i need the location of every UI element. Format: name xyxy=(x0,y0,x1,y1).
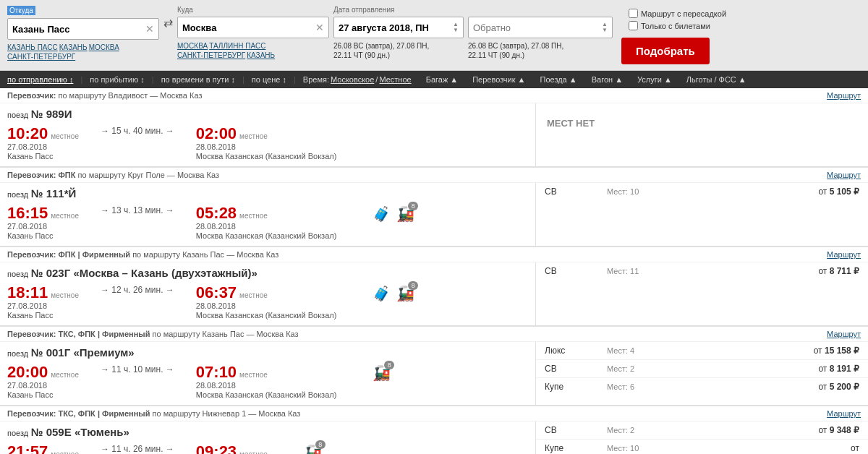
seat-type-3-0: СВ xyxy=(545,266,603,276)
sort-trains[interactable]: Поезда ▲ xyxy=(533,75,584,84)
from-input-wrap: ✕ xyxy=(7,18,159,40)
option-tickets-text: Только с билетами xyxy=(641,22,710,30)
return-input[interactable] xyxy=(473,22,599,33)
car-count-2: 8 xyxy=(408,202,418,210)
car-icon-badge-3: 🚂 8 xyxy=(396,285,414,302)
from-clear-btn[interactable]: ✕ xyxy=(145,23,154,35)
train-card-2: Перевозчик: ФПК по маршруту Круг Поле — … xyxy=(0,168,868,247)
sort-benefits[interactable]: Льготы / ФСС ▲ xyxy=(679,75,754,84)
sort-services[interactable]: Услуги ▲ xyxy=(630,75,679,84)
train-icons-3: 🧳 🚂 8 xyxy=(373,285,414,302)
duration-2: → 13 ч. 13 мин. → xyxy=(101,205,174,215)
route-link-5[interactable]: Маршрут xyxy=(827,409,861,418)
times-row-1: 10:20 местное 27.08.2018 Казань Пасс → 1… xyxy=(7,126,528,160)
option-transfer-label[interactable]: Маршрут с пересадкой xyxy=(629,9,726,18)
return-down-arrow[interactable]: ▼ xyxy=(602,27,608,33)
option-tickets-label[interactable]: Только с билетами xyxy=(629,21,726,30)
arr-block-3: 06:37 местное 28.08.2018 Москва Казанска… xyxy=(196,285,337,320)
route-link-2[interactable]: Маршрут xyxy=(827,171,861,179)
train-icons-4: 🚂 8 xyxy=(373,364,391,382)
to-quick-2[interactable]: ТАЛЛИНН ПАСС xyxy=(209,42,265,50)
train-left-1: поезд № 989И 10:20 местное 27.08.2018 Ка… xyxy=(0,103,535,166)
train-card-4: Перевозчик: ТКС, ФПК | Фирменный по марш… xyxy=(0,327,868,406)
train-right-5: СВ Мест: 2 от 9 348 ₽ Купе Мест: 10 от xyxy=(535,421,868,454)
seat-type-4-2: Купе xyxy=(545,382,603,392)
dep-label-4: местное xyxy=(51,371,79,379)
seat-count-2-0: Мест: 10 xyxy=(607,187,814,196)
seat-row-4-1[interactable]: СВ Мест: 2 от 8 191 ₽ xyxy=(536,360,868,378)
duration-block-2: → 13 ч. 13 мин. → xyxy=(101,205,174,215)
seat-row-3-0[interactable]: СВ Мест: 11 от 8 711 ₽ xyxy=(536,262,868,280)
search-options: Маршрут с пересадкой Только с билетами xyxy=(629,9,726,30)
date-down-arrow[interactable]: ▼ xyxy=(453,27,459,33)
duration-block-1: → 15 ч. 40 мин. → xyxy=(101,126,174,136)
dep-label-5: местное xyxy=(51,450,79,454)
seat-row-5-0[interactable]: СВ Мест: 2 от 9 348 ₽ xyxy=(536,421,868,440)
sort-wagon[interactable]: Вагон ▲ xyxy=(584,75,630,84)
swap-button[interactable]: ⇄ xyxy=(163,16,173,30)
train-right-4: Люкс Мест: 4 от 15 158 ₽ СВ Мест: 2 от 8… xyxy=(535,342,868,405)
car-count-4: 8 xyxy=(384,361,394,369)
times-row-4: 20:00 местное 27.08.2018 Казань Пасс → 1… xyxy=(7,364,528,399)
seat-row-2-0[interactable]: СВ Мест: 10 от 5 105 ₽ xyxy=(536,183,868,200)
search-bar: Откуда ✕ КАЗАНЬ ПАСС КАЗАНЬ МОСКВА САНКТ… xyxy=(0,0,868,71)
return-quick-links: 26.08 ВС (завтра), 27.08 ПН, 22.11 ЧТ (9… xyxy=(468,42,613,59)
from-input[interactable] xyxy=(12,24,142,35)
route-link-4[interactable]: Маршрут xyxy=(827,330,861,338)
option-transfer-text: Маршрут с пересадкой xyxy=(641,9,726,18)
date-input[interactable] xyxy=(339,22,450,33)
to-quick-4[interactable]: КАЗАНЬ xyxy=(247,51,275,59)
from-label: Откуда xyxy=(7,6,35,15)
train-header-3: Перевозчик: ФПК | Фирменный по маршруту … xyxy=(0,247,868,262)
sort-time-zone[interactable]: Время: Московское / Местное xyxy=(296,75,419,84)
sort-price[interactable]: по цене ↕ xyxy=(244,75,294,84)
route-link-3[interactable]: Маршрут xyxy=(827,250,861,259)
search-button[interactable]: Подобрать xyxy=(621,38,710,64)
arr-time-2: 05:28 xyxy=(196,205,237,221)
route-link-1[interactable]: Маршрут xyxy=(827,91,861,100)
seat-count-5-1: Мест: 10 xyxy=(607,444,846,453)
train-body-5: поезд № 059Е «Тюмень» 21:57 местное 27.0… xyxy=(0,421,868,454)
train-right-2: СВ Мест: 10 от 5 105 ₽ xyxy=(535,183,868,246)
seat-price-4-1: от 8 191 ₽ xyxy=(818,364,859,374)
train-number-3: поезд № 023Г «Москва – Казань (двухэтажн… xyxy=(7,267,528,279)
to-input-wrap: ✕ xyxy=(177,17,329,38)
sort-luggage[interactable]: Багаж ▲ xyxy=(419,75,466,84)
to-quick-3[interactable]: САНКТ-ПЕТЕРБУРГ xyxy=(177,51,245,59)
seat-type-5-1: Купе xyxy=(545,443,603,453)
duration-5: → 11 ч. 26 мин. → xyxy=(101,444,174,454)
to-quick-1[interactable]: МОСКВА xyxy=(177,42,208,50)
seat-row-4-0[interactable]: Люкс Мест: 4 от 15 158 ₽ xyxy=(536,342,868,360)
seat-row-5-1[interactable]: Купе Мест: 10 от xyxy=(536,440,868,454)
option-transfer-checkbox[interactable] xyxy=(629,9,638,18)
carrier-info-4: Перевозчик: ТКС, ФПК | Фирменный по марш… xyxy=(7,330,299,338)
seat-price-4-0: от 15 158 ₽ xyxy=(814,346,859,356)
sort-bar: по отправлению ↕ | по прибытию ↕ | по вр… xyxy=(0,71,868,88)
dep-station-2: Казань Пасс xyxy=(7,231,79,240)
train-right-1: МЕСТ НЕТ xyxy=(535,103,868,166)
seat-row-4-2[interactable]: Купе Мест: 6 от 5 200 ₽ xyxy=(536,378,868,395)
to-input[interactable] xyxy=(182,22,312,33)
seat-price-4-2: от 5 200 ₽ xyxy=(818,382,859,392)
arr-time-4: 07:10 xyxy=(196,364,237,380)
train-body-2: поезд № 111*Й 16:15 местное 27.08.2018 К… xyxy=(0,183,868,246)
to-field: Куда ✕ МОСКВА ТАЛЛИНН ПАСС САНКТ-ПЕТЕРБУ… xyxy=(177,6,329,59)
sort-arrival[interactable]: по прибытию ↕ xyxy=(82,75,152,84)
to-quick-links: МОСКВА ТАЛЛИНН ПАСС САНКТ-ПЕТЕРБУРГ КАЗА… xyxy=(177,42,329,59)
from-quick-1[interactable]: КАЗАНЬ ПАСС xyxy=(7,43,58,51)
to-clear-btn[interactable]: ✕ xyxy=(315,22,324,33)
option-tickets-checkbox[interactable] xyxy=(629,21,638,30)
arr-block-5: 09:23 местное 28.08.2018 xyxy=(196,444,268,454)
from-quick-4[interactable]: САНКТ-ПЕТЕРБУРГ xyxy=(7,53,75,61)
carrier-info-5: Перевозчик: ТКС, ФПК | Фирменный по марш… xyxy=(7,409,300,418)
return-quick-1: 26.08 ВС (завтра), 27.08 ПН, xyxy=(468,42,563,50)
sort-duration[interactable]: по времени в пути ↕ xyxy=(154,75,242,84)
sort-departure[interactable]: по отправлению ↕ xyxy=(7,75,80,84)
train-header-1: Перевозчик: по маршруту Владивост — Моск… xyxy=(0,88,868,103)
car-count-5: 8 xyxy=(315,440,326,449)
sort-carrier[interactable]: Перевозчик ▲ xyxy=(465,75,532,84)
from-quick-2[interactable]: КАЗАНЬ xyxy=(59,43,88,51)
date-quick-2: 22.11 ЧТ (90 дн.) xyxy=(333,51,390,59)
duration-block-3: → 12 ч. 26 мин. → xyxy=(101,285,174,295)
from-quick-3[interactable]: МОСКВА xyxy=(89,43,119,51)
